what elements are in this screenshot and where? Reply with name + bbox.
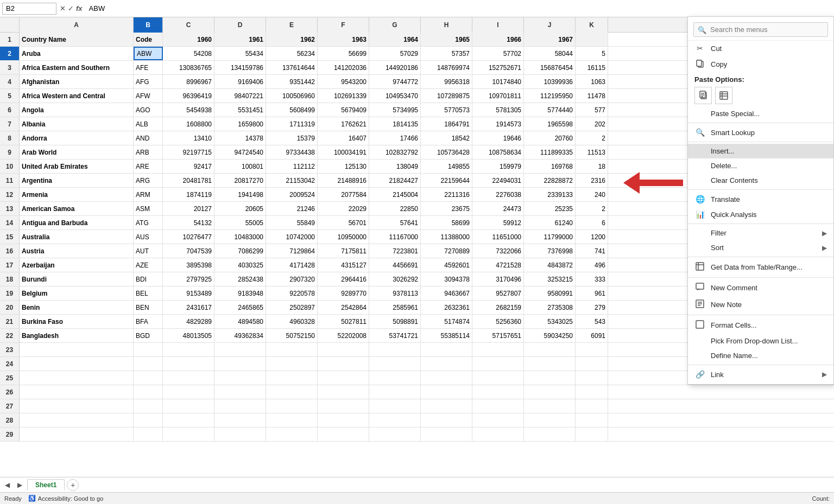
empty-cell[interactable] — [318, 371, 369, 385]
cell-2-8[interactable]: 57702 — [472, 47, 524, 60]
empty-cell[interactable] — [421, 371, 472, 385]
nav-right-arrow[interactable]: ▶ — [15, 480, 25, 490]
cell-B12[interactable]: ARM — [134, 188, 163, 201]
cell-B20[interactable]: BEN — [134, 301, 163, 314]
cell-17-9[interactable]: 4843872 — [524, 258, 576, 272]
col-header-A[interactable]: A — [20, 17, 134, 33]
cell-11-3[interactable]: 20817270 — [214, 174, 266, 187]
cell-6-2[interactable]: 5454938 — [163, 103, 214, 117]
cell-A15[interactable]: Australia — [20, 230, 134, 244]
empty-cell[interactable] — [576, 428, 608, 441]
cell-5-5[interactable]: 102691339 — [318, 89, 369, 103]
empty-cell[interactable] — [20, 413, 134, 427]
menu-item-define-name[interactable]: Define Name... — [688, 348, 833, 363]
cell-B13[interactable]: ASM — [134, 202, 163, 215]
cell-18-6[interactable]: 3026292 — [369, 272, 421, 286]
cell-2-9[interactable]: 58044 — [524, 47, 576, 60]
cell-I1[interactable]: 1966 — [472, 33, 524, 46]
cell-14-5[interactable]: 56701 — [318, 216, 369, 229]
cell-5-6[interactable]: 104953470 — [369, 89, 421, 103]
cell-K22[interactable]: 6091 — [576, 329, 608, 342]
cell-18-5[interactable]: 2964416 — [318, 272, 369, 286]
empty-cell[interactable] — [318, 413, 369, 427]
empty-cell[interactable] — [524, 385, 576, 399]
cell-19-6[interactable]: 9378113 — [369, 286, 421, 300]
empty-cell[interactable] — [472, 413, 524, 427]
cell-K13[interactable]: 2 — [576, 202, 608, 215]
cell-B7[interactable]: ALB — [134, 117, 163, 131]
cell-reference-box[interactable]: B2 — [2, 3, 56, 15]
cell-14-4[interactable]: 55849 — [266, 216, 318, 229]
empty-cell[interactable] — [318, 343, 369, 356]
cell-8-8[interactable]: 19646 — [472, 131, 524, 145]
cell-K10[interactable]: 18 — [576, 160, 608, 173]
cell-B9[interactable]: ARB — [134, 145, 163, 159]
cell-2-4[interactable]: 56234 — [266, 47, 318, 60]
menu-item-link[interactable]: 🔗 Link ▶ — [688, 367, 833, 382]
cell-9-8[interactable]: 108758634 — [472, 145, 524, 159]
cell-2-7[interactable]: 57357 — [421, 47, 472, 60]
empty-cell[interactable] — [318, 399, 369, 413]
cell-18-3[interactable]: 2852438 — [214, 272, 266, 286]
cell-G1[interactable]: 1964 — [369, 33, 421, 46]
empty-cell[interactable] — [163, 371, 214, 385]
cell-17-4[interactable]: 4171428 — [266, 258, 318, 272]
cell-B17[interactable]: AZE — [134, 258, 163, 272]
cell-B15[interactable]: AUS — [134, 230, 163, 244]
cell-8-7[interactable]: 18542 — [421, 131, 472, 145]
formula-input[interactable] — [86, 4, 832, 12]
cell-8-2[interactable]: 13410 — [163, 131, 214, 145]
empty-cell[interactable] — [472, 428, 524, 441]
cell-8-3[interactable]: 14378 — [214, 131, 266, 145]
empty-cell[interactable] — [266, 413, 318, 427]
cell-B10[interactable]: ARE — [134, 160, 163, 173]
cell-17-3[interactable]: 4030325 — [214, 258, 266, 272]
empty-cell[interactable] — [163, 413, 214, 427]
empty-cell[interactable] — [472, 343, 524, 356]
cell-8-5[interactable]: 16407 — [318, 131, 369, 145]
cell-10-9[interactable]: 169768 — [524, 160, 576, 173]
empty-cell[interactable] — [369, 371, 421, 385]
cell-9-3[interactable]: 94724540 — [214, 145, 266, 159]
cell-19-8[interactable]: 9527807 — [472, 286, 524, 300]
cell-K18[interactable]: 333 — [576, 272, 608, 286]
cell-10-3[interactable]: 100801 — [214, 160, 266, 173]
cell-3-7[interactable]: 148769974 — [421, 61, 472, 74]
empty-cell[interactable] — [576, 385, 608, 399]
cell-J1[interactable]: 1967 — [524, 33, 576, 46]
cell-15-6[interactable]: 11167000 — [369, 230, 421, 244]
empty-cell[interactable] — [134, 385, 163, 399]
cell-A20[interactable]: Benin — [20, 301, 134, 314]
empty-cell[interactable] — [421, 399, 472, 413]
empty-cell[interactable] — [576, 413, 608, 427]
cell-12-9[interactable]: 2339133 — [524, 188, 576, 201]
paste-btn-2[interactable] — [715, 87, 732, 104]
cell-A7[interactable]: Albania — [20, 117, 134, 131]
cell-3-9[interactable]: 156876454 — [524, 61, 576, 74]
cell-7-6[interactable]: 1814135 — [369, 117, 421, 131]
empty-cell[interactable] — [369, 413, 421, 427]
empty-cell[interactable] — [524, 357, 576, 371]
empty-cell[interactable] — [134, 357, 163, 371]
cell-16-3[interactable]: 7086299 — [214, 244, 266, 258]
cell-C1[interactable]: 1960 — [163, 33, 214, 46]
cell-4-5[interactable]: 9543200 — [318, 75, 369, 88]
menu-search-input[interactable] — [693, 22, 828, 37]
cell-K20[interactable]: 279 — [576, 301, 608, 314]
cell-8-9[interactable]: 20760 — [524, 131, 576, 145]
cell-15-8[interactable]: 11651000 — [472, 230, 524, 244]
cell-9-7[interactable]: 105736428 — [421, 145, 472, 159]
cell-7-8[interactable]: 1914573 — [472, 117, 524, 131]
cell-20-8[interactable]: 2682159 — [472, 301, 524, 314]
cell-K15[interactable]: 1200 — [576, 230, 608, 244]
cell-K4[interactable]: 1063 — [576, 75, 608, 88]
cell-6-7[interactable]: 5770573 — [421, 103, 472, 117]
cell-3-2[interactable]: 130836765 — [163, 61, 214, 74]
cell-B6[interactable]: AGO — [134, 103, 163, 117]
empty-cell[interactable] — [472, 385, 524, 399]
cell-18-7[interactable]: 3094378 — [421, 272, 472, 286]
cell-22-2[interactable]: 48013505 — [163, 329, 214, 342]
cell-K12[interactable]: 240 — [576, 188, 608, 201]
col-header-E[interactable]: E — [266, 17, 318, 33]
cell-16-7[interactable]: 7270889 — [421, 244, 472, 258]
